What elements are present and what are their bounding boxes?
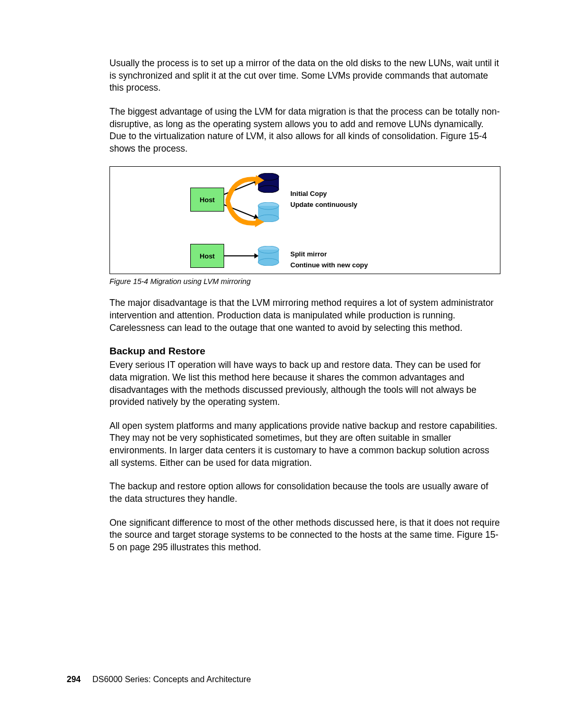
light-cylinder-icon-bottom [258,246,279,266]
book-title: DS6000 Series: Concepts and Architecture [92,675,251,684]
page-content: Usually the process is to set up a mirro… [109,57,500,565]
paragraph-1: Usually the process is to set up a mirro… [109,57,500,94]
figure-text-update-continuously: Update continuously [290,200,358,211]
host-label-bottom: Host [200,252,215,260]
paragraph-4: Every serious IT operation will have way… [109,359,500,409]
host-box-top: Host [190,188,224,212]
host-label-top: Host [200,196,215,204]
arrow-head-icon [254,253,259,258]
figure-top-text: Initial Copy Update continuously [290,189,358,211]
paragraph-2: The biggest advantage of using the LVM f… [109,106,500,155]
svg-marker-6 [255,175,264,186]
page-footer: 294 DS6000 Series: Concepts and Architec… [67,675,251,684]
connector-line [224,255,258,256]
paragraph-3: The major disadvantage is that the LVM m… [109,297,500,334]
paragraph-5: All open system platforms and many appli… [109,420,500,470]
figure-text-continue-new-copy: Continue with new copy [290,260,368,271]
svg-marker-7 [255,218,264,227]
figure-text-split-mirror: Split mirror [290,249,368,260]
figure-15-4: Host [109,166,500,274]
paragraph-6: The backup and restore option allows for… [109,480,500,505]
section-heading-backup-restore: Backup and Restore [109,346,500,357]
orange-curve-arrow-icon [224,175,265,229]
figure-caption: Figure 15-4 Migration using LVM mirrorin… [109,277,500,286]
svg-point-10 [258,258,279,266]
host-box-bottom: Host [190,244,224,268]
figure-text-initial-copy: Initial Copy [290,189,358,200]
page-number: 294 [67,675,81,684]
figure-bottom-text: Split mirror Continue with new copy [290,249,368,271]
paragraph-7: One significant difference to most of th… [109,517,500,554]
